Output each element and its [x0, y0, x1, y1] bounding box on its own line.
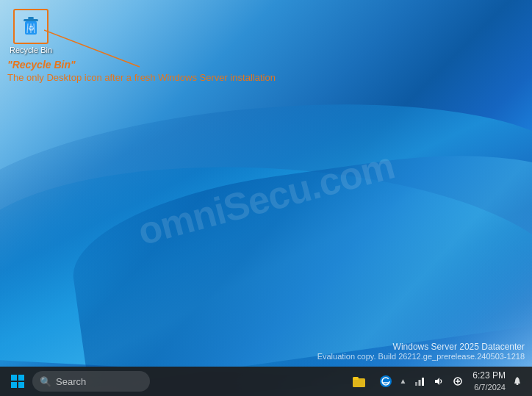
svg-rect-17	[422, 378, 424, 386]
network-status-icon	[414, 376, 425, 386]
speaker-icon	[434, 376, 444, 386]
tray-icons	[411, 372, 467, 390]
svg-rect-10	[11, 382, 17, 388]
network-icon[interactable]	[411, 372, 428, 390]
svg-rect-16	[419, 380, 421, 386]
svg-rect-8	[11, 375, 17, 381]
annotation-title: "Recycle Bin"	[7, 59, 276, 71]
desktop: omniSecu.com ♻ Recycle Bin "R	[0, 0, 532, 396]
search-label: Search	[56, 376, 86, 387]
svg-rect-11	[18, 382, 24, 388]
svg-rect-0	[24, 19, 38, 21]
start-button[interactable]	[6, 370, 29, 393]
system-clock[interactable]: 6:23 PM 6/7/2024	[472, 370, 506, 392]
edge-browser-icon	[379, 375, 392, 388]
battery-status-icon	[453, 376, 463, 386]
annotation-subtitle: The only Desktop icon after a fresh Wind…	[7, 72, 276, 83]
recycle-bin-svg: ♻	[18, 13, 44, 40]
svg-rect-15	[415, 382, 417, 386]
taskbar-left: 🔍 Search	[6, 370, 348, 393]
file-explorer-button[interactable]	[348, 370, 371, 393]
edge-browser-button[interactable]	[374, 370, 398, 393]
version-line1: Windows Server 2025 Datacenter	[317, 342, 525, 352]
recycle-bin-icon-box: ♻	[13, 9, 48, 44]
clock-date: 6/7/2024	[472, 382, 506, 392]
version-info: Windows Server 2025 Datacenter Evaluatio…	[317, 342, 525, 361]
system-tray: ▲	[398, 370, 526, 392]
recycle-bin-label: Recycle Bin	[9, 46, 53, 55]
svg-text:♻: ♻	[28, 24, 35, 32]
svg-rect-1	[28, 17, 34, 19]
taskbar: 🔍 Search	[0, 367, 532, 396]
svg-rect-9	[18, 375, 24, 381]
battery-icon[interactable]	[449, 372, 467, 390]
recycle-bin-icon[interactable]: ♻ Recycle Bin	[9, 9, 53, 55]
search-icon: 🔍	[40, 376, 51, 387]
notification-icon	[512, 376, 522, 386]
svg-marker-18	[435, 378, 439, 385]
annotation-container: "Recycle Bin" The only Desktop icon afte…	[7, 59, 276, 83]
taskbar-center-icons	[348, 370, 398, 393]
search-bar[interactable]: 🔍 Search	[32, 371, 150, 392]
svg-rect-22	[517, 384, 519, 385]
volume-icon[interactable]	[430, 372, 447, 390]
tray-overflow-button[interactable]: ▲	[398, 375, 408, 386]
clock-time: 6:23 PM	[472, 370, 506, 382]
windows-logo-icon	[11, 375, 24, 388]
svg-rect-13	[353, 377, 359, 380]
notification-button[interactable]	[508, 372, 526, 390]
file-explorer-icon	[353, 375, 366, 387]
version-line2: Evaluation copy. Build 26212.ge_prerelea…	[317, 352, 525, 361]
